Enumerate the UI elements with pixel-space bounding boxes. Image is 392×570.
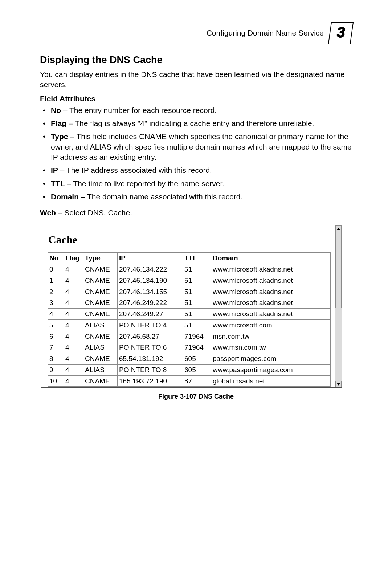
scroll-thumb[interactable]	[335, 232, 342, 308]
cell-no: 8	[48, 353, 64, 365]
cell-ip: 207.46.134.190	[118, 275, 183, 286]
figure-caption: Figure 3-107 DNS Cache	[40, 393, 352, 400]
cell-no: 1	[48, 275, 64, 286]
cell-flag: 4	[64, 375, 83, 387]
scroll-down-button[interactable]	[335, 381, 342, 387]
cell-domain: www.microsoft.akadns.net	[211, 309, 331, 320]
table-row: 94ALIASPOINTER TO:8605www.passportimages…	[48, 364, 331, 375]
table-row: 74ALIASPOINTER TO:671964www.msn.com.tw	[48, 342, 331, 353]
cell-type: ALIAS	[83, 319, 118, 331]
cell-ttl: 71964	[183, 331, 211, 342]
cell-flag: 4	[64, 275, 83, 286]
cell-ttl: 605	[183, 353, 211, 365]
cell-flag: 4	[64, 353, 83, 365]
cell-ttl: 51	[183, 309, 211, 320]
table-row: 44CNAME207.46.249.2751www.microsoft.akad…	[48, 309, 331, 320]
cell-flag: 4	[64, 264, 83, 275]
cell-no: 0	[48, 264, 64, 275]
cell-flag: 4	[64, 309, 83, 320]
cell-type: CNAME	[83, 309, 118, 320]
attr-ttl: TTL – The time to live reported by the n…	[51, 179, 352, 189]
cell-domain: www.microsoft.com	[211, 319, 331, 331]
table-row: 64CNAME207.46.68.2771964msn.com.tw	[48, 331, 331, 342]
cell-no: 9	[48, 364, 64, 375]
cell-no: 6	[48, 331, 64, 342]
page-header: Configuring Domain Name Service 3	[40, 22, 352, 44]
cell-ip: 65.54.131.192	[118, 353, 183, 365]
table-header-row: No Flag Type IP TTL Domain	[48, 253, 331, 264]
cell-ip: POINTER TO:8	[118, 364, 183, 375]
cell-no: 5	[48, 319, 64, 331]
chapter-number: 3	[337, 25, 345, 40]
cell-flag: 4	[64, 342, 83, 353]
col-flag: Flag	[64, 253, 83, 264]
chapter-badge: 3	[328, 22, 354, 44]
col-type: Type	[83, 253, 118, 264]
cell-type: CNAME	[83, 286, 118, 297]
cell-ip: POINTER TO:4	[118, 319, 183, 331]
cell-ip: 207.46.134.222	[118, 264, 183, 275]
table-row: 104CNAME165.193.72.19087global.msads.net	[48, 375, 331, 387]
cell-ttl: 71964	[183, 342, 211, 353]
cell-domain: www.passportimages.com	[211, 364, 331, 375]
attr-ip: IP – The IP address associated with this…	[51, 165, 352, 175]
attr-no: No – The entry number for each resource …	[51, 105, 352, 115]
cell-domain: passportimages.com	[211, 353, 331, 365]
cell-domain: www.msn.com.tw	[211, 342, 331, 353]
cell-domain: msn.com.tw	[211, 331, 331, 342]
cell-ip: 207.46.249.222	[118, 297, 183, 309]
cell-ttl: 51	[183, 297, 211, 309]
cell-no: 3	[48, 297, 64, 309]
cell-type: CNAME	[83, 297, 118, 309]
section-title: Displaying the DNS Cache	[40, 54, 352, 66]
cell-no: 4	[48, 309, 64, 320]
attr-type: Type – This field includes CNAME which s…	[51, 131, 352, 162]
col-ip: IP	[118, 253, 183, 264]
cell-ip: 207.46.68.27	[118, 331, 183, 342]
attr-flag: Flag – The flag is always "4" indicating…	[51, 118, 352, 129]
cell-ip: POINTER TO:6	[118, 342, 183, 353]
cell-type: CNAME	[83, 275, 118, 286]
cell-flag: 4	[64, 364, 83, 375]
cell-ip: 165.193.72.190	[118, 375, 183, 387]
chevron-down-icon	[337, 383, 340, 386]
cell-ttl: 51	[183, 275, 211, 286]
cell-ip: 207.46.134.155	[118, 286, 183, 297]
col-no: No	[48, 253, 64, 264]
cell-domain: www.microsoft.akadns.net	[211, 275, 331, 286]
table-row: 04CNAME207.46.134.22251www.microsoft.aka…	[48, 264, 331, 275]
table-row: 34CNAME207.46.249.22251www.microsoft.aka…	[48, 297, 331, 309]
cell-no: 2	[48, 286, 64, 297]
scrollbar[interactable]	[335, 225, 342, 387]
col-domain: Domain	[211, 253, 331, 264]
panel-title: Cache	[48, 233, 331, 246]
cell-ttl: 51	[183, 286, 211, 297]
chevron-up-icon	[337, 228, 340, 230]
cell-domain: www.microsoft.akadns.net	[211, 264, 331, 275]
cell-flag: 4	[64, 286, 83, 297]
cell-flag: 4	[64, 319, 83, 331]
table-row: 84CNAME65.54.131.192605passportimages.co…	[48, 353, 331, 365]
cell-ttl: 87	[183, 375, 211, 387]
cell-domain: www.microsoft.akadns.net	[211, 297, 331, 309]
col-ttl: TTL	[183, 253, 211, 264]
cell-ttl: 51	[183, 264, 211, 275]
cell-type: CNAME	[83, 375, 118, 387]
cell-ttl: 605	[183, 364, 211, 375]
cell-type: ALIAS	[83, 342, 118, 353]
cell-domain: global.msads.net	[211, 375, 331, 387]
dns-cache-table: No Flag Type IP TTL Domain 04CNAME207.46…	[48, 252, 331, 387]
cell-type: ALIAS	[83, 364, 118, 375]
scroll-track[interactable]	[335, 232, 342, 381]
attr-domain: Domain – The domain name associated with…	[51, 192, 352, 202]
cell-no: 7	[48, 342, 64, 353]
cell-ip: 207.46.249.27	[118, 309, 183, 320]
cell-flag: 4	[64, 331, 83, 342]
web-instruction: Web – Select DNS, Cache.	[40, 208, 352, 217]
scroll-up-button[interactable]	[335, 225, 342, 232]
breadcrumb: Configuring Domain Name Service	[207, 29, 324, 37]
cell-flag: 4	[64, 297, 83, 309]
cell-type: CNAME	[83, 331, 118, 342]
table-row: 24CNAME207.46.134.15551www.microsoft.aka…	[48, 286, 331, 297]
section-intro: You can display entries in the DNS cache…	[40, 69, 352, 90]
